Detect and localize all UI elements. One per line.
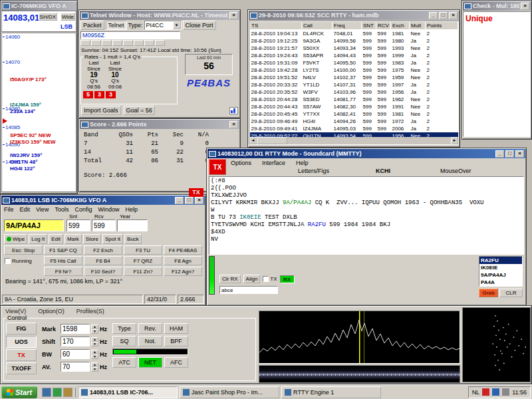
quick-launch-icon[interactable] [42, 388, 51, 397]
grab-button[interactable]: Grab [479, 289, 498, 297]
bandmap-spot[interactable]: OH1TN 48° [10, 160, 37, 165]
f1-button[interactable]: F1 S&P CQ [44, 245, 82, 255]
f2-button[interactable]: F2 Exch [84, 245, 122, 255]
clr-button[interactable]: CLR [499, 289, 523, 297]
mini-button[interactable] [112, 40, 122, 46]
log-titlebar[interactable]: 29-8-2010 09:56:53Z SCC RTTY - ham.mdb _… [249, 11, 459, 20]
scrollbar-thumb[interactable] [257, 137, 287, 144]
sq-button[interactable]: SQ [112, 336, 136, 346]
mini-button[interactable] [144, 40, 154, 46]
column-header[interactable]: TS [250, 22, 302, 30]
log-row[interactable]: 28-8-2010 19:31:09F5VKT14095,50599599198… [250, 59, 458, 66]
log-row[interactable]: 29-8-2010 09:46:49HG4I14094,265995991972… [250, 118, 458, 125]
language-indicator[interactable]: NL [472, 389, 480, 396]
spin-down-icon[interactable]: ▼ [91, 342, 98, 346]
maximize-icon[interactable]: □ [505, 150, 514, 158]
spin-up-icon[interactable]: ▲ [91, 325, 98, 329]
call-list-item[interactable]: PA4A [479, 279, 522, 286]
afc-button[interactable]: AFC [164, 357, 188, 368]
close-icon[interactable]: × [195, 197, 203, 204]
f8-button[interactable]: F8 Agn [164, 256, 202, 265]
close-port-button[interactable]: Close Port [183, 21, 216, 30]
column-header[interactable]: Exch [391, 22, 410, 30]
log-row[interactable]: 29-8-2010 09:49:41IZ4JMA14095,0359959920… [250, 125, 458, 132]
bandmap-spot[interactable]: SP5EC 92° NEW [10, 133, 51, 138]
buck-button[interactable]: Buck [124, 234, 142, 244]
minimize-icon[interactable]: _ [429, 12, 438, 19]
net-button[interactable]: NET [138, 357, 162, 368]
clear-rx-button[interactable]: Clr RX [219, 275, 241, 283]
checkbox-icon[interactable] [263, 276, 269, 282]
callsign-input[interactable] [4, 219, 64, 231]
f5-button[interactable]: F5 His Call [44, 256, 82, 265]
bandmap-spot[interactable]: IW2JRV 159° [10, 153, 42, 158]
mini-button[interactable] [91, 40, 101, 46]
maximize-icon[interactable]: □ [185, 197, 194, 204]
ham-button[interactable]: HAM [164, 323, 188, 334]
menu-item[interactable]: Options [231, 160, 251, 166]
edit-button[interactable]: Edit [49, 234, 63, 244]
spin-up-icon[interactable]: ▲ [91, 362, 98, 367]
taskbar-task[interactable]: 14083,01 LSB IC-706... [78, 386, 178, 398]
scroll-left-icon[interactable]: ◄ [249, 137, 257, 144]
spin-down-icon[interactable]: ▼ [91, 367, 98, 372]
menu-item[interactable]: View(V) [5, 308, 26, 315]
align-button[interactable]: Align [243, 275, 261, 283]
column-header[interactable]: SNT [362, 22, 376, 30]
f7-button[interactable]: F7 QRZ [124, 256, 162, 265]
not-button[interactable]: Not. [138, 336, 162, 346]
log-row[interactable]: 28-8-2010 20:44:28S53ED14081,77599599196… [250, 96, 458, 103]
spot-it-button[interactable]: Spot It [102, 234, 123, 244]
mini-button[interactable] [102, 40, 112, 46]
shdx-button[interactable]: SH/DX [39, 13, 57, 21]
column-header[interactable]: Points [426, 22, 458, 30]
tx-button[interactable]: TX [209, 159, 226, 175]
log-row[interactable]: 28-8-2010 19:42:28LY2TS14100,00599599197… [250, 66, 458, 74]
score-titlebar[interactable]: Score - 2.666 Points × [80, 120, 239, 129]
maximize-icon[interactable]: □ [439, 12, 448, 19]
horizontal-scrollbar[interactable]: ◄ ► [249, 137, 458, 144]
close-icon[interactable]: × [515, 150, 524, 158]
f11-button[interactable]: F11 Zn? [124, 267, 162, 276]
fig-button[interactable]: FIG [6, 323, 37, 334]
spectrum-display[interactable] [259, 311, 460, 364]
log-row[interactable]: 28-8-2010 19:24:43S53APR14094,4359959919… [250, 52, 458, 59]
type-button[interactable]: Type [112, 323, 136, 334]
log-it-button[interactable]: Log It [29, 234, 47, 244]
menu-item[interactable]: View [36, 206, 49, 213]
menu-item[interactable]: Help [296, 160, 309, 166]
tx-checkbox[interactable]: TX [263, 276, 277, 282]
log-row[interactable]: 28-8-2010 19:51:52N4LV14102,375995991959… [250, 74, 458, 81]
running-checkbox[interactable]: Running [4, 256, 43, 265]
telnet-command-input[interactable] [80, 31, 180, 39]
column-header[interactable]: Call [302, 22, 332, 30]
tray-icon[interactable] [502, 388, 509, 396]
f9-button[interactable]: F9 Nr? [44, 267, 82, 276]
goal-button[interactable]: Goal = 56 [124, 106, 155, 115]
mini-button[interactable] [155, 40, 165, 46]
menu-item[interactable]: Option(O) [38, 308, 65, 315]
menu-item[interactable]: Window [98, 206, 119, 213]
f4-button[interactable]: F4 PE4BAS [164, 245, 202, 255]
txoff-button[interactable]: TXOFF [6, 362, 37, 374]
store-button[interactable]: Store [83, 234, 101, 244]
close-icon[interactable]: × [229, 12, 238, 19]
mini-button[interactable] [123, 40, 133, 46]
scroll-right-icon[interactable]: ► [451, 137, 458, 144]
field-value-input[interactable]: 60 [61, 349, 90, 359]
bandmap-titlebar[interactable]: IC-706MKIIG VFO A [1, 1, 76, 11]
quick-launch-icon[interactable] [63, 388, 72, 397]
mmtty-titlebar[interactable]: 14083012,00 DI1 RTTY Mode - Soundcard (M… [207, 149, 525, 158]
bpf-button[interactable]: BPF [164, 336, 188, 346]
menu-item[interactable]: Tools [55, 206, 68, 213]
log-row[interactable]: 28-8-2010 20:33:32YT1LD14107,31599599199… [250, 81, 458, 88]
checkbox-icon[interactable] [5, 258, 11, 264]
quick-launch-icon[interactable] [53, 388, 62, 397]
atc-button[interactable]: ATC [112, 357, 136, 368]
close-icon[interactable]: × [449, 12, 458, 19]
spinner[interactable]: ▲▼ [91, 362, 98, 372]
host-select[interactable]: PI4CC ▼ [144, 21, 182, 30]
call-list-item[interactable]: 9A/PA4AJ [479, 271, 522, 279]
taskbar-task[interactable]: Jasc Paint Shop Pro - Im... [180, 386, 279, 398]
log-row[interactable]: 28-8-2010 20:45:45YT7XX14082,41599599198… [250, 110, 458, 118]
